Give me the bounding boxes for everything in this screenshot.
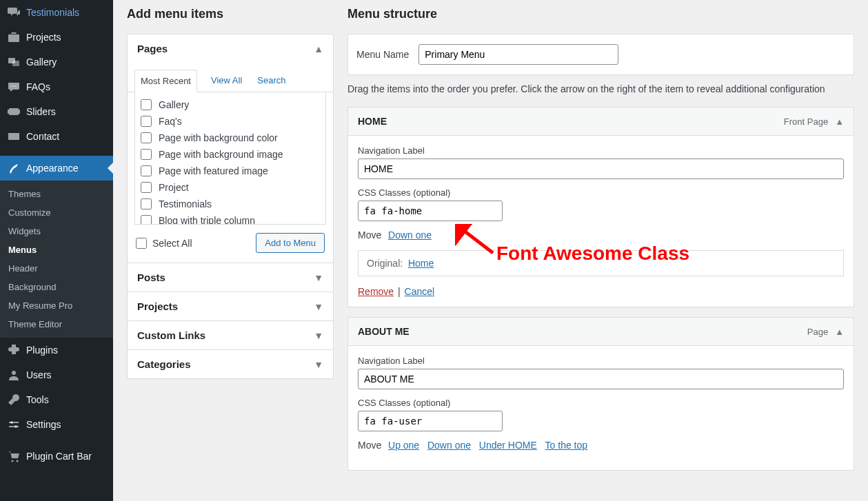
comments-icon [7, 6, 21, 19]
checkbox[interactable] [141, 165, 152, 176]
page-option[interactable]: Project [141, 179, 320, 196]
sidebar-item-label: Appearance [26, 163, 79, 174]
menu-item-header[interactable]: HOME Front Page ▲ [348, 108, 854, 136]
gallery-icon [7, 55, 21, 69]
submenu-customize[interactable]: Customize [0, 203, 113, 222]
move-down-one-link[interactable]: Down one [388, 229, 432, 241]
svg-point-11 [12, 460, 14, 462]
cancel-link[interactable]: Cancel [405, 286, 435, 297]
submenu-widgets[interactable]: Widgets [0, 222, 113, 241]
checkbox[interactable] [141, 116, 152, 127]
submenu-my-resume-pro[interactable]: My Resume Pro [0, 296, 113, 315]
css-classes-label: CSS Classes (optional) [358, 187, 844, 198]
menu-name-input[interactable] [418, 44, 618, 65]
sidebar-item-label: Contact [26, 131, 59, 142]
move-to-top-link[interactable]: To the top [545, 440, 588, 451]
sidebar-item-plugins[interactable]: Plugins [0, 338, 113, 362]
checkbox[interactable] [141, 215, 152, 225]
sidebar-item-faqs[interactable]: FAQs [0, 74, 113, 99]
page-option[interactable]: Page with background color [141, 130, 320, 146]
submenu-themes[interactable]: Themes [0, 185, 113, 203]
menu-item-header[interactable]: ABOUT ME Page ▲ [348, 318, 854, 346]
page-option[interactable]: Page with featured image [141, 163, 320, 179]
pages-checklist[interactable]: Gallery Faq's Page with background color… [134, 92, 326, 225]
move-row: Move Down one [358, 229, 844, 241]
move-down-one-link[interactable]: Down one [427, 440, 471, 451]
sidebar-item-sliders[interactable]: Sliders [0, 99, 113, 124]
select-all[interactable]: Select All [136, 238, 192, 249]
select-all-checkbox[interactable] [136, 238, 147, 249]
accordion-categories-header[interactable]: Categories ▼ [128, 350, 333, 378]
accordion-pages: Pages ▲ Most Recent View All Search Gall… [127, 34, 334, 263]
checkbox[interactable] [141, 198, 152, 209]
add-to-menu-button[interactable]: Add to Menu [256, 233, 325, 253]
submenu-theme-editor[interactable]: Theme Editor [0, 315, 113, 334]
admin-sidebar: Testimonials Projects Gallery FAQs Slide… [0, 0, 113, 501]
sidebar-item-settings[interactable]: Settings [0, 412, 113, 437]
appearance-submenu: Themes Customize Widgets Menus Header Ba… [0, 181, 113, 338]
submenu-background[interactable]: Background [0, 278, 113, 296]
chevron-down-icon: ▼ [314, 359, 323, 370]
sidebar-item-label: Tools [26, 394, 49, 405]
chevron-down-icon: ▼ [314, 272, 323, 283]
tab-view-all[interactable]: View All [210, 70, 243, 92]
chevron-up-icon: ▲ [314, 43, 323, 54]
move-up-one-link[interactable]: Up one [388, 440, 419, 451]
sidebar-item-users[interactable]: Users [0, 362, 113, 387]
svg-rect-7 [19, 110, 20, 114]
sidebar-item-label: Projects [26, 32, 61, 43]
submenu-menus[interactable]: Menus [0, 241, 113, 259]
accordion-projects-header[interactable]: Projects ▼ [128, 292, 333, 320]
submenu-header[interactable]: Header [0, 259, 113, 278]
sidebar-item-plugin-cart-bar[interactable]: Plugin Cart Bar [0, 444, 113, 469]
menu-item-home: HOME Front Page ▲ Navigation Label CSS C… [347, 107, 854, 307]
tab-most-recent[interactable]: Most Recent [134, 70, 197, 92]
page-option[interactable]: Blog with triple column [141, 212, 320, 225]
sidebar-item-testimonials[interactable]: Testimonials [0, 0, 113, 25]
css-classes-input[interactable] [358, 201, 503, 221]
accordion-title: Projects [137, 300, 178, 312]
svg-point-9 [10, 421, 13, 424]
checkbox[interactable] [141, 132, 152, 143]
nav-label-input[interactable] [358, 369, 844, 389]
css-classes-input[interactable] [358, 411, 503, 431]
sidebar-item-tools[interactable]: Tools [0, 387, 113, 412]
nav-label-label: Navigation Label [358, 145, 844, 156]
svg-rect-5 [9, 108, 19, 115]
drag-instructions: Drag the items into the order you prefer… [347, 83, 854, 94]
plugin-icon [7, 343, 21, 357]
sidebar-item-appearance[interactable]: Appearance [0, 156, 113, 181]
sidebar-item-projects[interactable]: Projects [0, 25, 113, 50]
nav-label-input[interactable] [358, 159, 844, 179]
sidebar-item-gallery[interactable]: Gallery [0, 50, 113, 74]
svg-point-3 [13, 85, 14, 87]
checkbox[interactable] [141, 182, 152, 193]
tab-search[interactable]: Search [256, 70, 287, 92]
accordion-posts-header[interactable]: Posts ▼ [128, 263, 333, 292]
page-option[interactable]: Faq's [141, 113, 320, 130]
svg-point-4 [15, 85, 17, 87]
cart-icon [7, 449, 21, 463]
page-option[interactable]: Gallery [141, 96, 320, 113]
chevron-down-icon: ▼ [314, 330, 323, 341]
menu-item-title: HOME [358, 116, 387, 127]
appearance-icon [7, 161, 21, 175]
menu-item-about-me: ABOUT ME Page ▲ Navigation Label CSS Cla… [347, 317, 854, 471]
accordion-pages-header[interactable]: Pages ▲ [128, 34, 333, 63]
svg-point-12 [17, 460, 19, 462]
svg-rect-1 [12, 61, 19, 66]
page-option[interactable]: Page with background image [141, 146, 320, 163]
page-option[interactable]: Testimonials [141, 196, 320, 212]
svg-point-2 [11, 85, 12, 87]
move-under-home-link[interactable]: Under HOME [479, 440, 537, 451]
remove-link[interactable]: Remove [358, 286, 394, 297]
sidebar-item-label: Plugin Cart Bar [26, 451, 92, 462]
accordion-posts: Posts ▼ [127, 263, 334, 292]
accordion-custom-links-header[interactable]: Custom Links ▼ [128, 321, 333, 349]
svg-point-8 [12, 371, 16, 375]
checkbox[interactable] [141, 99, 152, 110]
checkbox[interactable] [141, 149, 152, 160]
original-link[interactable]: Home [408, 258, 434, 269]
menu-name-row: Menu Name [347, 34, 854, 75]
sidebar-item-contact[interactable]: Contact [0, 124, 113, 149]
